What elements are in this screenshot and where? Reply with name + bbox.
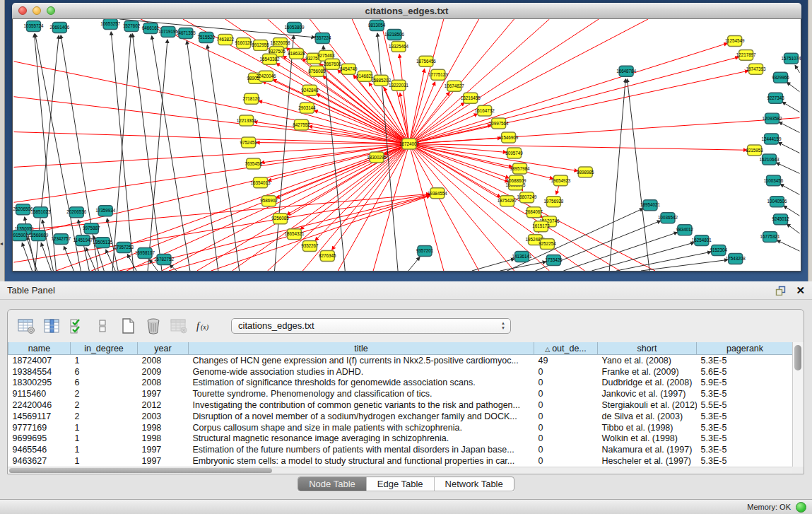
table-cell[interactable]: 2003 [138,411,189,422]
network-node[interactable]: 17359934 [95,206,115,216]
table-cell[interactable]: 1997 [138,444,189,455]
vertical-scrollbar[interactable] [792,342,804,467]
network-canvas[interactable]: 1035572420691406106532571527602646616110… [12,19,801,271]
network-node[interactable]: 8756085 [308,66,326,76]
horizontal-scrollbar-thumb[interactable] [9,468,272,473]
network-node[interactable]: 11568689 [29,230,49,241]
tab-network-table[interactable]: Network Table [435,477,514,491]
network-node[interactable]: 19756928 [543,197,563,207]
table-cell[interactable]: 1 [71,433,138,445]
network-node[interactable]: 16775321 [760,232,780,243]
table-row[interactable]: 977716911998Corpus callosum shape and si… [8,422,794,433]
network-node[interactable]: 20691406 [49,22,69,33]
table-cell[interactable]: Estimation of the future numbers of pati… [189,444,534,455]
network-node[interactable]: 19654923 [551,175,570,186]
table-cell[interactable]: Franke et al. (2009) [598,366,697,378]
tab-node-table[interactable]: Node Table [298,477,367,491]
network-node[interactable]: 16164732 [475,105,495,116]
network-node[interactable]: 19218506 [384,29,404,40]
network-node[interactable]: 2684067 [525,207,543,218]
network-node[interactable]: 9975887 [83,223,100,234]
network-node[interactable]: 16354013 [251,177,271,188]
table-cell[interactable]: 6 [71,366,138,378]
network-node[interactable]: 9352267 [301,241,319,252]
network-node[interactable]: 8813054 [368,20,386,30]
table-cell[interactable]: Genome-wide association studies in ADHD. [189,366,534,378]
unselect-all-columns-icon[interactable] [93,316,112,336]
network-node[interactable]: 17543208 [726,254,746,264]
network-node[interactable]: 8215953 [746,145,763,156]
network-node[interactable]: 18957984 [510,163,530,174]
network-node[interactable]: 10036542 [658,213,678,223]
table-cell[interactable]: Estimation of significance thresholds fo… [189,378,534,389]
show-columns-icon[interactable] [42,316,61,336]
network-node[interactable]: 16210643 [760,154,779,165]
table-cell[interactable]: 1998 [138,422,189,433]
table-cell[interactable]: 49 [534,355,598,366]
table-cell[interactable]: 5.3E-5 [697,422,794,433]
table-cell[interactable]: Yano et al. (2008) [598,355,697,366]
network-node[interactable]: 18954021 [640,200,660,211]
horizontal-scrollbar[interactable] [8,467,792,474]
table-cell[interactable]: 9699695 [8,433,71,445]
network-node[interactable]: 15751074 [782,53,801,64]
network-node[interactable]: 2718120 [242,93,260,104]
table-row[interactable]: 1830029562008Estimation of significance … [8,378,794,389]
network-node[interactable]: 13505135 [93,238,112,248]
network-node[interactable]: 16958107 [135,248,155,259]
network-node[interactable]: 8454749 [340,64,358,74]
network-node[interactable]: 9752451 [240,137,257,148]
table-cell[interactable]: 9465546 [8,444,71,455]
network-node[interactable]: 9898985 [577,167,594,177]
table-cell[interactable]: 5.3E-5 [697,411,794,422]
network-node[interactable]: 9227343 [767,93,784,103]
table-cell[interactable]: Embryonic stem cells: a model to study s… [189,455,534,467]
table-cell[interactable]: Disruption of a novel member of a sodium… [189,411,534,422]
table-cell[interactable]: Structural magnetic resonance image aver… [189,433,534,445]
network-node[interactable]: 19384554 [428,188,447,199]
table-cell[interactable]: 2008 [138,378,189,389]
network-node[interactable]: 8276345 [319,251,336,262]
table-row[interactable]: 911546021997Tourette syndrome. Phenomeno… [8,388,794,399]
table-cell[interactable]: 2 [71,411,138,422]
network-node[interactable]: 10688609 [507,175,526,186]
table-cell[interactable]: 2 [71,399,138,411]
table-cell[interactable]: Hescheler et al. (1997) [598,455,697,467]
table-cell[interactable]: 0 [534,411,598,422]
network-node[interactable]: 13325464 [389,41,408,52]
function-builder-icon[interactable]: f(x) [194,316,214,336]
network-node[interactable]: 8186328 [288,48,305,59]
network-node[interactable]: 7635458 [245,158,262,169]
network-node[interactable]: 7463822 [217,34,235,45]
network-node[interactable]: 15851023 [31,207,51,218]
network-node[interactable]: 9834012 [676,225,694,235]
network-node[interactable]: 8427552 [293,119,310,130]
network-node[interactable]: 11451947 [73,235,93,246]
table-cell[interactable]: 1997 [138,455,189,467]
table-mode-icon[interactable] [16,316,36,336]
delete-columns-icon[interactable] [143,316,163,336]
table-cell[interactable]: de Silva et al. (2003) [598,411,697,422]
table-cell[interactable]: 0 [534,388,598,399]
table-row[interactable]: 1456911722003Disruption of a novel membe… [8,411,794,422]
network-node[interactable]: 22420046 [257,71,276,81]
table-cell[interactable]: Nakamura et al. (1997) [598,444,697,455]
table-cell[interactable]: 1 [71,455,138,467]
network-node[interactable]: 12342757 [51,234,71,245]
table-cell[interactable]: 0 [534,399,598,411]
table-row[interactable]: 969969511998Structural magnetic resonanc… [8,433,794,445]
column-header-in-degree[interactable]: in_degree [71,342,138,355]
network-node[interactable]: 12217897 [736,49,756,60]
column-header-title[interactable]: title [189,342,534,355]
network-node[interactable]: 3915901 [13,230,28,241]
table-cell[interactable]: Dudbridge et al. (2008) [598,378,697,389]
table-cell[interactable]: 9115460 [8,388,71,399]
table-row[interactable]: 946554611997Estimation of the future num… [8,444,794,455]
table-cell[interactable]: 22420046 [8,399,71,411]
network-node[interactable]: 11546909 [499,132,519,143]
table-cell[interactable]: 5.3E-5 [697,433,794,445]
network-node[interactable]: 6466161 [142,23,160,33]
network-node[interactable]: 16543382 [260,54,280,64]
network-node[interactable]: 9586902 [260,196,278,206]
network-node[interactable]: 9242848 [301,85,319,95]
